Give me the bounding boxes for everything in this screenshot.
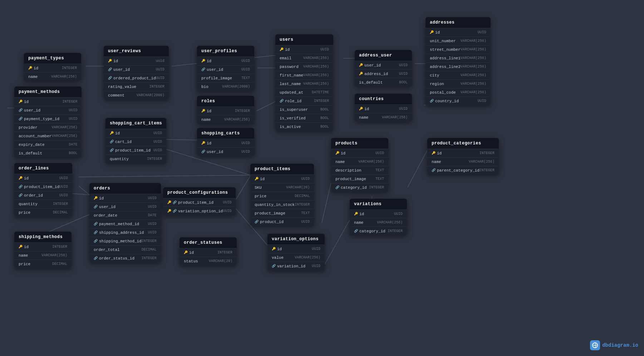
field-type-text: UUID [223, 201, 231, 204]
table-row: cityVARCHAR(256) [426, 71, 491, 79]
field-type-text: BOOL [399, 80, 408, 84]
field-type-text: INTEGER [149, 85, 164, 89]
table-products: products🔑idUUIDnameVARCHAR(256)descripti… [331, 138, 388, 192]
field-type-text: UUID [59, 176, 68, 180]
table-row: 🔑idUUID [197, 56, 254, 65]
field-name: is_default [359, 80, 383, 85]
field-name: name [359, 115, 368, 120]
fk-icon: 🔗 [173, 201, 177, 204]
svg-line-18 [236, 176, 250, 199]
field-name: order_total [94, 248, 120, 252]
table-row: 🔑idUUID [14, 174, 72, 182]
field-name: 🔗shipping_method_id [94, 239, 142, 243]
table-row: 🔗product_item_idUUID [105, 146, 166, 154]
table-header-product_items: product_items [250, 164, 314, 174]
table-row: 🔗parent_category_idINTEGER [427, 166, 499, 174]
table-row: is_activeBOOL [275, 122, 333, 131]
table-header-orders: orders [89, 183, 161, 194]
table-row: SKUVARCHAR(20) [250, 183, 314, 192]
field-type-text: INTEGER [235, 109, 250, 113]
table-row: 🔗order_idUUID [14, 191, 72, 199]
field-type-text: DATETIME [312, 90, 329, 94]
field-name-text: id [285, 48, 290, 52]
field-name: 🔗cart_id [110, 140, 132, 144]
table-row: 🔑idUUID [275, 45, 333, 54]
table-row: 🔑idUUID [331, 149, 388, 157]
field-name: 🔗product_id [255, 220, 284, 224]
field-name-text: last_name [280, 82, 301, 86]
field-name-text: name [354, 221, 363, 225]
table-row: product_imageTEXT [331, 174, 388, 183]
table-header-product_configurations: product_configurations [163, 187, 236, 198]
field-name: 🔗user_id [108, 68, 130, 72]
field-name-text: id [24, 245, 29, 249]
field-type-text: UUID [153, 148, 162, 152]
table-row: 🔗user_idUUID [104, 65, 169, 74]
field-type-text: UUID [153, 131, 162, 135]
field-name-text: is_verified [280, 116, 306, 120]
field-name: 🔗variation_id [272, 264, 305, 268]
field-type-text: UUID [148, 205, 157, 209]
table-row: nameVARCHAR(256) [24, 72, 81, 81]
field-name-text: region [430, 82, 444, 86]
fk-icon: 🔗 [94, 205, 98, 209]
pk-icon: 🔑 [359, 72, 363, 76]
field-name-text: updated_at [280, 90, 303, 95]
table-row: 🔑idUUID [426, 28, 491, 36]
table-row: passwordVARCHAR(256) [275, 62, 333, 71]
field-name-text: quantity [19, 202, 38, 206]
fk-icon: 🔗 [272, 264, 276, 268]
table-header-variations: variations [350, 199, 407, 209]
table-row: 🔗category_idINTEGER [350, 227, 407, 235]
field-name-text: expiry_date [19, 143, 45, 147]
pk-icon: 🔑 [19, 245, 23, 249]
table-row: 🔗user_idUUID [197, 147, 254, 156]
table-shipping_methods: shipping_methods🔑idINTEGERnameVARCHAR(25… [14, 232, 72, 268]
field-type-text: VARCHAR(256) [358, 160, 384, 164]
field-type-text: UUID [478, 30, 486, 34]
field-type-text: UUID [223, 209, 231, 213]
table-row: is_verifiedBOOL [275, 114, 333, 122]
field-name-text: price [19, 211, 30, 215]
brand-text: dbdiagram.io [602, 342, 638, 348]
field-name: rating_value [108, 85, 136, 89]
field-name-text: id [207, 109, 211, 113]
table-users: users🔑idUUIDemailVARCHAR(256)passwordVAR… [275, 34, 333, 131]
field-name-text: variation_option_id [178, 209, 223, 213]
fk-icon: 🔗 [173, 209, 177, 213]
field-name: password [280, 65, 299, 69]
field-type-text: UUID [301, 177, 310, 181]
table-row: 🔑idUUID [89, 194, 161, 202]
field-type-text: VARCHAR(256) [303, 82, 329, 86]
field-type-text: UUID [148, 231, 157, 234]
table-row: priceDECIMAL [14, 208, 72, 217]
field-name: 🔗payment_type_id [19, 117, 59, 121]
field-name: 🔗shipping_address_id [94, 231, 144, 235]
field-name-text: order_id [24, 193, 43, 198]
svg-line-15 [408, 150, 427, 187]
fk-icon: 🔗 [201, 150, 205, 154]
table-row: 🔑idINTEGER [14, 242, 72, 251]
field-name: name [354, 221, 363, 225]
table-row: is_defaultBOOL [355, 78, 412, 86]
field-type-text: UUID [399, 63, 408, 67]
field-name: 🔗user_id [19, 108, 40, 113]
table-row: nameVARCHAR(256) [197, 115, 254, 124]
field-name-text: payment_type_id [24, 117, 59, 121]
fk-icon: 🔗 [94, 256, 98, 260]
table-row: is_defaultBOOL [14, 149, 82, 157]
field-name-text: ordered_product_id [113, 76, 156, 80]
field-name: is_superuser [280, 108, 308, 112]
table-row: 🔗user_idUUID [14, 106, 82, 114]
field-name-text: role_id [285, 99, 301, 103]
table-row: unit_numberVARCHAR(256) [426, 36, 491, 45]
field-name-text: profile_image [201, 76, 232, 80]
field-type-text: VARCHAR(256) [41, 253, 67, 257]
table-header-shopping_cart_items: shopping_cart_items [105, 118, 166, 129]
field-name-text: description [335, 168, 362, 173]
field-type-text: UUID [69, 108, 77, 112]
field-type-text: UUID [241, 141, 250, 145]
field-name-text: product_item_id [115, 148, 151, 153]
field-name: first_name [280, 73, 303, 78]
table-row: 🔑idINTEGER [24, 64, 81, 72]
